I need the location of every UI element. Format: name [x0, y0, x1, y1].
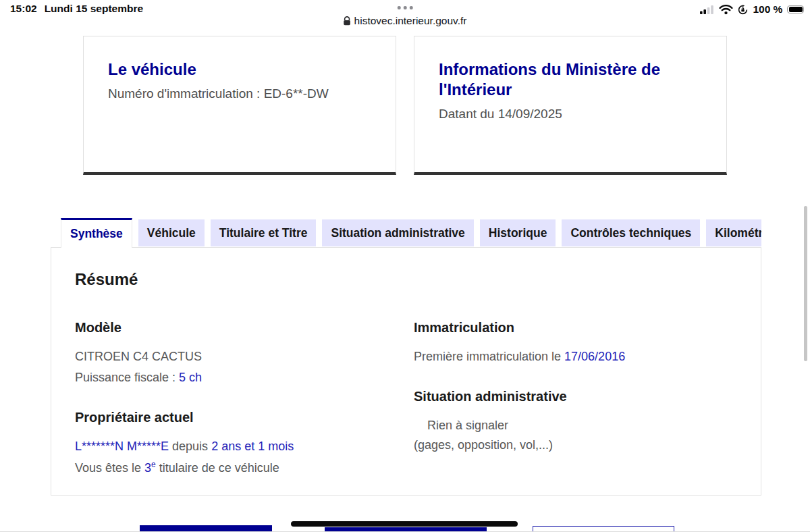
url-text: histovec.interieur.gouv.fr	[354, 15, 467, 27]
tab-kilometrage[interactable]: Kilométrage	[706, 219, 761, 246]
battery-percent: 100 %	[753, 3, 782, 16]
padlock-icon	[344, 16, 351, 26]
address-bar[interactable]: histovec.interieur.gouv.fr	[344, 15, 467, 27]
ministry-card: Informations du Ministère de l'Intérieur…	[414, 36, 727, 175]
tab-bar: Synthèse Véhicule Titulaire et Titre Sit…	[51, 218, 761, 248]
vehicle-card-title: Le véhicule	[108, 59, 371, 80]
tab-situation-administrative[interactable]: Situation administrative	[322, 219, 473, 246]
vehicle-card: Le véhicule Numéro d'immatriculation : E…	[83, 36, 396, 175]
summary-title: Résumé	[75, 269, 737, 290]
home-indicator[interactable]	[291, 521, 518, 527]
tab-historique[interactable]: Historique	[480, 219, 556, 246]
ministry-card-body: Datant du 14/09/2025	[439, 107, 702, 122]
tab-titulaire-et-titre[interactable]: Titulaire et Titre	[211, 219, 317, 246]
summary-right-column: Immatriculation Première immatriculation…	[414, 319, 737, 475]
summary-left-column: Modèle CITROEN C4 CACTUS Puissance fisca…	[75, 319, 414, 475]
cellular-signal-icon	[700, 5, 714, 14]
fiscal-power-label: Puissance fiscale :	[75, 371, 179, 384]
tab-synthese[interactable]: Synthèse	[61, 218, 132, 248]
ipad-safari-screen: 15:02 Lundi 15 septembre histovec.interi…	[0, 0, 810, 532]
owner-since-value: 2 ans et 1 mois	[211, 440, 294, 453]
first-registration-line: Première immatriculation le 17/06/2016	[414, 350, 737, 364]
orientation-lock-icon	[738, 5, 748, 15]
holder-suffix: titulaire de ce véhicule	[156, 461, 279, 475]
holder-rank: 3e	[144, 461, 156, 475]
model-name: CITROEN C4 CACTUS	[75, 350, 414, 364]
battery-icon	[787, 5, 801, 14]
owner-name: L*******N M*****E	[75, 440, 169, 453]
fiscal-power-line: Puissance fiscale : 5 ch	[75, 371, 414, 385]
ministry-card-title: Informations du Ministère de l'Intérieur	[439, 59, 702, 100]
vehicle-card-body: Numéro d'immatriculation : ED-6**-DW	[108, 86, 371, 101]
status-right: 100 %	[700, 3, 801, 16]
holder-prefix: Vous êtes le	[75, 461, 144, 475]
first-registration-date: 17/06/2016	[564, 350, 625, 363]
situation-note: (gages, opposition, vol,...)	[414, 438, 737, 452]
multitask-ellipsis-icon[interactable]	[398, 6, 413, 9]
clock: 15:02	[10, 3, 37, 15]
owner-since-label: depuis	[169, 440, 211, 453]
fiscal-power-value: 5 ch	[179, 371, 202, 384]
vertical-scrollbar[interactable]	[804, 206, 807, 361]
tab-controles-techniques[interactable]: Contrôles techniques	[562, 219, 700, 246]
status-date: Lundi 15 septembre	[45, 3, 143, 15]
summary-panel: Résumé Modèle CITROEN C4 CACTUS Puissanc…	[51, 247, 761, 496]
first-registration-label: Première immatriculation le	[414, 350, 564, 363]
model-heading: Modèle	[75, 319, 414, 336]
situation-heading: Situation administrative	[414, 388, 737, 404]
registration-heading: Immatriculation	[414, 319, 737, 336]
situation-status: Rien à signaler	[414, 419, 737, 433]
status-left: 15:02 Lundi 15 septembre	[10, 3, 143, 15]
tabs-container: Synthèse Véhicule Titulaire et Titre Sit…	[51, 218, 761, 496]
wifi-icon	[719, 5, 733, 15]
owner-line: L*******N M*****E depuis 2 ans et 1 mois	[75, 440, 414, 454]
status-bar: 15:02 Lundi 15 septembre histovec.interi…	[0, 0, 810, 31]
owner-heading: Propriétaire actuel	[75, 409, 414, 425]
holder-line: Vous êtes le 3e titulaire de ce véhicule	[75, 458, 414, 475]
tab-vehicule[interactable]: Véhicule	[138, 219, 205, 246]
